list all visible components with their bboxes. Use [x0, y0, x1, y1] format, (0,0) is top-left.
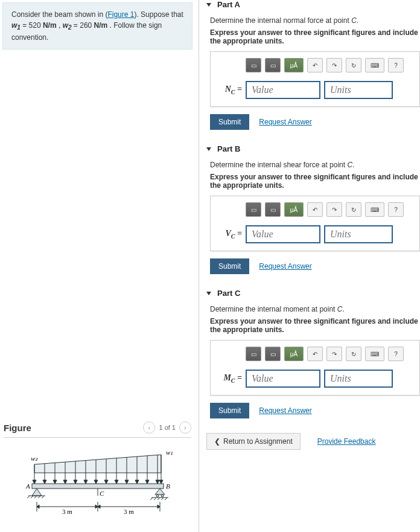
- svg-marker-19: [125, 480, 129, 484]
- value-input[interactable]: [246, 81, 320, 99]
- value-input[interactable]: [246, 225, 320, 243]
- svg-line-42: [158, 498, 160, 500]
- svg-marker-51: [37, 505, 39, 508]
- units-input[interactable]: [324, 225, 393, 243]
- figure-label-w1: w₁: [166, 449, 173, 456]
- svg-point-37: [156, 495, 159, 497]
- submit-button[interactable]: Submit: [210, 403, 249, 418]
- question-text: Determine the internal shear force at po…: [210, 161, 420, 169]
- svg-marker-17: [115, 480, 118, 484]
- answer-hint: Express your answer to three significant…: [210, 28, 420, 45]
- fraction-button[interactable]: ▭: [265, 202, 281, 217]
- redo-button[interactable]: ↷: [326, 202, 342, 217]
- problem-text: Consider the beam shown in (: [11, 10, 107, 19]
- svg-marker-29: [32, 489, 42, 496]
- figure-dim-1: 3 m: [62, 508, 72, 515]
- pager-prev-button[interactable]: ‹: [143, 421, 155, 434]
- answer-symbol: MC =: [221, 373, 242, 384]
- svg-line-35: [42, 496, 44, 498]
- submit-button[interactable]: Submit: [210, 258, 249, 274]
- templates-button[interactable]: ▭: [246, 202, 261, 217]
- reset-button[interactable]: ↻: [346, 202, 361, 217]
- submit-button[interactable]: Submit: [210, 114, 249, 130]
- svg-marker-21: [135, 480, 139, 484]
- collapse-icon: [206, 147, 211, 151]
- question-text: Determine the internal moment at point C…: [210, 305, 420, 313]
- figure-title: Figure: [4, 423, 31, 433]
- part-title: Part B: [217, 144, 240, 153]
- answer-toolbar: ▭ ▭ μÅ ↶ ↷ ↻ ⌨ ?: [246, 202, 413, 217]
- svg-line-34: [38, 496, 40, 498]
- redo-button[interactable]: ↷: [326, 347, 342, 361]
- svg-line-31: [27, 496, 30, 498]
- undo-button[interactable]: ↶: [307, 347, 323, 361]
- answer-box: ▭ ▭ μÅ ↶ ↷ ↻ ⌨ ? NC =: [210, 51, 420, 107]
- pager-text: 1 of 1: [159, 424, 176, 431]
- fraction-button[interactable]: ▭: [265, 58, 281, 72]
- svg-rect-28: [32, 484, 164, 489]
- svg-line-44: [165, 498, 167, 500]
- figure-label-C: C: [100, 490, 104, 497]
- figure-dim-2: 3 m: [124, 508, 134, 515]
- value-input[interactable]: [246, 370, 320, 388]
- svg-point-38: [161, 495, 164, 497]
- templates-button[interactable]: ▭: [246, 347, 261, 361]
- collapse-icon: [206, 292, 211, 295]
- redo-button[interactable]: ↷: [326, 58, 342, 72]
- figure-link[interactable]: Figure 1: [107, 10, 134, 19]
- part-b: Part B Determine the internal shear forc…: [206, 144, 420, 274]
- svg-marker-53: [98, 505, 100, 508]
- svg-line-33: [34, 496, 37, 498]
- svg-marker-23: [145, 480, 149, 484]
- part-title: Part A: [217, 0, 240, 9]
- svg-line-43: [161, 498, 164, 500]
- part-title: Part C: [217, 289, 240, 298]
- keyboard-button[interactable]: ⌨: [365, 202, 384, 217]
- keyboard-button[interactable]: ⌨: [365, 347, 384, 361]
- request-answer-link[interactable]: Request Answer: [259, 262, 311, 271]
- figure-section: Figure ‹ 1 of 1 ›: [0, 417, 195, 532]
- help-button[interactable]: ?: [388, 347, 404, 361]
- help-button[interactable]: ?: [388, 202, 404, 217]
- return-label: Return to Assignment: [223, 437, 293, 446]
- answer-box: ▭ ▭ μÅ ↶ ↷ ↻ ⌨ ? MC =: [210, 340, 420, 396]
- return-to-assignment-button[interactable]: ❮ Return to Assignment: [206, 433, 301, 450]
- chevron-left-icon: ❮: [214, 437, 220, 446]
- part-header[interactable]: Part B: [206, 144, 420, 153]
- greek-button[interactable]: μÅ: [284, 347, 304, 361]
- svg-line-40: [150, 498, 153, 500]
- reset-button[interactable]: ↻: [346, 347, 361, 361]
- undo-button[interactable]: ↶: [307, 202, 323, 217]
- request-answer-link[interactable]: Request Answer: [259, 118, 311, 126]
- figure-label-B: B: [166, 482, 170, 490]
- svg-marker-1: [33, 480, 36, 484]
- provide-feedback-link[interactable]: Provide Feedback: [317, 437, 376, 446]
- greek-button[interactable]: μÅ: [284, 202, 304, 217]
- request-answer-link[interactable]: Request Answer: [259, 406, 311, 415]
- reset-button[interactable]: ↻: [346, 58, 361, 72]
- units-input[interactable]: [324, 81, 393, 99]
- greek-button[interactable]: μÅ: [284, 58, 304, 72]
- question-text: Determine the internal normal force at p…: [210, 16, 420, 25]
- pager-next-button[interactable]: ›: [179, 421, 191, 434]
- svg-marker-54: [158, 505, 160, 508]
- beam-figure: w₂ w₁ A B C 3 m 3 m: [10, 446, 185, 525]
- help-button[interactable]: ?: [388, 58, 404, 72]
- part-header[interactable]: Part C: [206, 289, 420, 298]
- fraction-button[interactable]: ▭: [265, 347, 281, 361]
- collapse-icon: [206, 3, 211, 7]
- keyboard-button[interactable]: ⌨: [365, 58, 384, 72]
- part-c: Part C Determine the internal moment at …: [206, 289, 420, 418]
- svg-marker-15: [104, 480, 108, 484]
- answer-symbol: NC =: [221, 85, 242, 95]
- templates-button[interactable]: ▭: [246, 58, 261, 72]
- svg-marker-25: [156, 480, 159, 484]
- figure-pager: ‹ 1 of 1 ›: [143, 421, 191, 434]
- answer-hint: Express your answer to three significant…: [210, 317, 420, 334]
- units-input[interactable]: [324, 370, 393, 388]
- undo-button[interactable]: ↶: [307, 58, 323, 72]
- part-header[interactable]: Part A: [206, 0, 420, 9]
- svg-marker-13: [94, 480, 98, 484]
- svg-marker-5: [53, 480, 57, 484]
- figure-label-w2: w₂: [31, 455, 38, 462]
